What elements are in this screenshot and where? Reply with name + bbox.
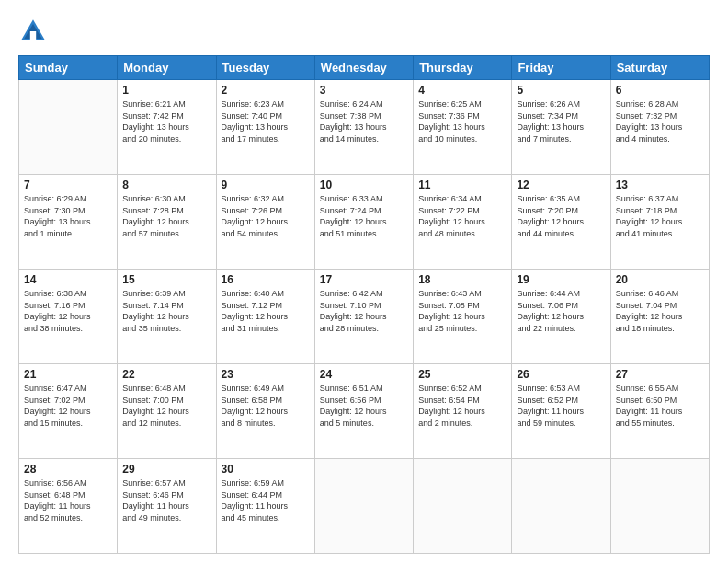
calendar-cell: 15Sunrise: 6:39 AMSunset: 7:14 PMDayligh…	[118, 270, 216, 364]
weekday-header: Thursday	[414, 56, 512, 80]
day-info: Sunrise: 6:32 AMSunset: 7:26 PMDaylight:…	[222, 193, 310, 239]
day-number: 1	[122, 84, 210, 97]
day-number: 25	[418, 368, 506, 381]
day-info: Sunrise: 6:39 AMSunset: 7:14 PMDaylight:…	[122, 288, 210, 334]
calendar-cell: 9Sunrise: 6:32 AMSunset: 7:26 PMDaylight…	[216, 175, 314, 270]
day-number: 21	[24, 368, 112, 381]
day-number: 2	[222, 84, 310, 97]
day-info: Sunrise: 6:38 AMSunset: 7:16 PMDaylight:…	[24, 288, 112, 334]
calendar-cell: 4Sunrise: 6:25 AMSunset: 7:36 PMDaylight…	[414, 80, 512, 175]
calendar-cell: 2Sunrise: 6:23 AMSunset: 7:40 PMDaylight…	[216, 80, 314, 175]
logo-icon	[18, 17, 48, 46]
day-number: 26	[517, 368, 605, 381]
calendar-cell: 24Sunrise: 6:51 AMSunset: 6:56 PMDayligh…	[314, 364, 413, 459]
calendar-cell: 30Sunrise: 6:59 AMSunset: 6:44 PMDayligh…	[216, 459, 314, 554]
day-number: 15	[122, 273, 210, 286]
day-info: Sunrise: 6:44 AMSunset: 7:06 PMDaylight:…	[517, 288, 605, 334]
day-info: Sunrise: 6:53 AMSunset: 6:52 PMDaylight:…	[517, 383, 605, 429]
day-info: Sunrise: 6:43 AMSunset: 7:08 PMDaylight:…	[418, 288, 506, 334]
weekday-header: Friday	[512, 56, 610, 80]
calendar-cell: 26Sunrise: 6:53 AMSunset: 6:52 PMDayligh…	[512, 364, 610, 459]
day-info: Sunrise: 6:47 AMSunset: 7:02 PMDaylight:…	[24, 383, 112, 429]
calendar-cell: 20Sunrise: 6:46 AMSunset: 7:04 PMDayligh…	[610, 270, 709, 364]
day-number: 27	[616, 368, 704, 381]
calendar-cell: 23Sunrise: 6:49 AMSunset: 6:58 PMDayligh…	[216, 364, 314, 459]
calendar-cell: 19Sunrise: 6:44 AMSunset: 7:06 PMDayligh…	[512, 270, 610, 364]
day-number: 8	[122, 178, 210, 191]
calendar-cell: 25Sunrise: 6:52 AMSunset: 6:54 PMDayligh…	[414, 364, 512, 459]
day-number: 5	[517, 84, 605, 97]
calendar-cell: 6Sunrise: 6:28 AMSunset: 7:32 PMDaylight…	[610, 80, 709, 175]
day-number: 16	[222, 273, 310, 286]
header	[18, 17, 710, 46]
day-number: 24	[320, 368, 408, 381]
day-info: Sunrise: 6:37 AMSunset: 7:18 PMDaylight:…	[616, 193, 704, 239]
calendar-cell: 29Sunrise: 6:57 AMSunset: 6:46 PMDayligh…	[118, 459, 216, 554]
day-info: Sunrise: 6:23 AMSunset: 7:40 PMDaylight:…	[222, 98, 310, 144]
day-number: 28	[24, 463, 112, 476]
day-info: Sunrise: 6:29 AMSunset: 7:30 PMDaylight:…	[24, 193, 112, 239]
day-info: Sunrise: 6:25 AMSunset: 7:36 PMDaylight:…	[418, 98, 506, 144]
day-number: 20	[616, 273, 704, 286]
day-number: 14	[24, 273, 112, 286]
calendar-week-row: 7Sunrise: 6:29 AMSunset: 7:30 PMDaylight…	[19, 175, 710, 270]
calendar-cell: 18Sunrise: 6:43 AMSunset: 7:08 PMDayligh…	[414, 270, 512, 364]
calendar-week-row: 14Sunrise: 6:38 AMSunset: 7:16 PMDayligh…	[19, 270, 710, 364]
calendar-cell: 11Sunrise: 6:34 AMSunset: 7:22 PMDayligh…	[414, 175, 512, 270]
day-info: Sunrise: 6:33 AMSunset: 7:24 PMDaylight:…	[320, 193, 408, 239]
day-info: Sunrise: 6:51 AMSunset: 6:56 PMDaylight:…	[320, 383, 408, 429]
day-info: Sunrise: 6:57 AMSunset: 6:46 PMDaylight:…	[122, 477, 210, 523]
calendar-cell: 27Sunrise: 6:55 AMSunset: 6:50 PMDayligh…	[610, 364, 709, 459]
calendar-cell: 13Sunrise: 6:37 AMSunset: 7:18 PMDayligh…	[610, 175, 709, 270]
day-number: 17	[320, 273, 408, 286]
calendar-cell: 12Sunrise: 6:35 AMSunset: 7:20 PMDayligh…	[512, 175, 610, 270]
day-info: Sunrise: 6:55 AMSunset: 6:50 PMDaylight:…	[616, 383, 704, 429]
calendar-week-row: 28Sunrise: 6:56 AMSunset: 6:48 PMDayligh…	[19, 459, 710, 554]
day-number: 11	[418, 178, 506, 191]
calendar-cell	[512, 459, 610, 554]
calendar-cell: 3Sunrise: 6:24 AMSunset: 7:38 PMDaylight…	[314, 80, 413, 175]
day-number: 3	[320, 84, 408, 97]
calendar-cell: 16Sunrise: 6:40 AMSunset: 7:12 PMDayligh…	[216, 270, 314, 364]
day-number: 23	[222, 368, 310, 381]
calendar-cell: 17Sunrise: 6:42 AMSunset: 7:10 PMDayligh…	[314, 270, 413, 364]
day-info: Sunrise: 6:34 AMSunset: 7:22 PMDaylight:…	[418, 193, 506, 239]
calendar-cell: 21Sunrise: 6:47 AMSunset: 7:02 PMDayligh…	[19, 364, 118, 459]
day-info: Sunrise: 6:30 AMSunset: 7:28 PMDaylight:…	[122, 193, 210, 239]
day-info: Sunrise: 6:48 AMSunset: 7:00 PMDaylight:…	[122, 383, 210, 429]
day-number: 30	[222, 463, 310, 476]
day-info: Sunrise: 6:26 AMSunset: 7:34 PMDaylight:…	[517, 98, 605, 144]
calendar-cell	[414, 459, 512, 554]
calendar-week-row: 21Sunrise: 6:47 AMSunset: 7:02 PMDayligh…	[19, 364, 710, 459]
day-info: Sunrise: 6:21 AMSunset: 7:42 PMDaylight:…	[122, 98, 210, 144]
calendar-cell: 14Sunrise: 6:38 AMSunset: 7:16 PMDayligh…	[19, 270, 118, 364]
calendar-cell: 5Sunrise: 6:26 AMSunset: 7:34 PMDaylight…	[512, 80, 610, 175]
weekday-header-row: SundayMondayTuesdayWednesdayThursdayFrid…	[19, 56, 710, 80]
day-info: Sunrise: 6:35 AMSunset: 7:20 PMDaylight:…	[517, 193, 605, 239]
calendar: SundayMondayTuesdayWednesdayThursdayFrid…	[18, 55, 710, 554]
day-number: 10	[320, 178, 408, 191]
day-number: 18	[418, 273, 506, 286]
day-number: 9	[222, 178, 310, 191]
day-number: 22	[122, 368, 210, 381]
day-number: 4	[418, 84, 506, 97]
weekday-header: Saturday	[610, 56, 709, 80]
day-number: 12	[517, 178, 605, 191]
day-number: 29	[122, 463, 210, 476]
day-info: Sunrise: 6:49 AMSunset: 6:58 PMDaylight:…	[222, 383, 310, 429]
weekday-header: Tuesday	[216, 56, 314, 80]
svg-rect-3	[30, 31, 36, 40]
calendar-cell: 10Sunrise: 6:33 AMSunset: 7:24 PMDayligh…	[314, 175, 413, 270]
day-number: 13	[616, 178, 704, 191]
day-info: Sunrise: 6:40 AMSunset: 7:12 PMDaylight:…	[222, 288, 310, 334]
calendar-cell	[610, 459, 709, 554]
calendar-cell: 8Sunrise: 6:30 AMSunset: 7:28 PMDaylight…	[118, 175, 216, 270]
calendar-cell: 22Sunrise: 6:48 AMSunset: 7:00 PMDayligh…	[118, 364, 216, 459]
calendar-cell: 1Sunrise: 6:21 AMSunset: 7:42 PMDaylight…	[118, 80, 216, 175]
calendar-cell: 28Sunrise: 6:56 AMSunset: 6:48 PMDayligh…	[19, 459, 118, 554]
calendar-cell	[19, 80, 118, 175]
weekday-header: Wednesday	[314, 56, 413, 80]
weekday-header: Monday	[118, 56, 216, 80]
day-info: Sunrise: 6:56 AMSunset: 6:48 PMDaylight:…	[24, 477, 112, 523]
page: SundayMondayTuesdayWednesdayThursdayFrid…	[0, 0, 728, 563]
